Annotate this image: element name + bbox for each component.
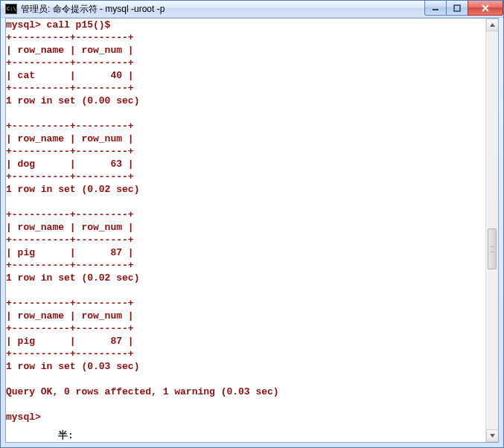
- close-icon: [481, 4, 490, 12]
- maximize-icon: [453, 4, 461, 12]
- window-title: 管理员: 命令提示符 - mysql -uroot -p: [21, 3, 165, 16]
- svg-rect-1: [454, 5, 460, 11]
- svg-rect-0: [433, 9, 438, 10]
- scroll-up-button[interactable]: [486, 19, 499, 31]
- cmd-icon: C:\: [5, 4, 17, 14]
- scroll-track[interactable]: [486, 31, 498, 429]
- scroll-down-button[interactable]: [486, 429, 499, 442]
- maximize-button[interactable]: [446, 1, 468, 16]
- scrollbar[interactable]: [485, 19, 498, 442]
- scroll-thumb[interactable]: [488, 228, 497, 269]
- window-buttons: [425, 1, 503, 16]
- terminal-output[interactable]: mysql> call p15()$ +----------+---------…: [6, 19, 485, 442]
- window: C:\ 管理员: 命令提示符 - mysql -uroot -p mysql> …: [0, 0, 504, 448]
- svg-marker-4: [490, 23, 495, 27]
- chevron-down-icon: [489, 432, 496, 439]
- titlebar[interactable]: C:\ 管理员: 命令提示符 - mysql -uroot -p: [1, 1, 503, 18]
- svg-marker-5: [490, 434, 495, 438]
- client-area: mysql> call p15()$ +----------+---------…: [1, 18, 503, 447]
- footer-note: 半:: [6, 429, 485, 442]
- console-frame: mysql> call p15()$ +----------+---------…: [5, 18, 499, 443]
- chevron-up-icon: [489, 22, 496, 28]
- minimize-icon: [432, 4, 439, 12]
- minimize-button[interactable]: [424, 1, 447, 16]
- cmd-icon-label: C:\: [7, 7, 16, 12]
- close-button[interactable]: [468, 1, 503, 16]
